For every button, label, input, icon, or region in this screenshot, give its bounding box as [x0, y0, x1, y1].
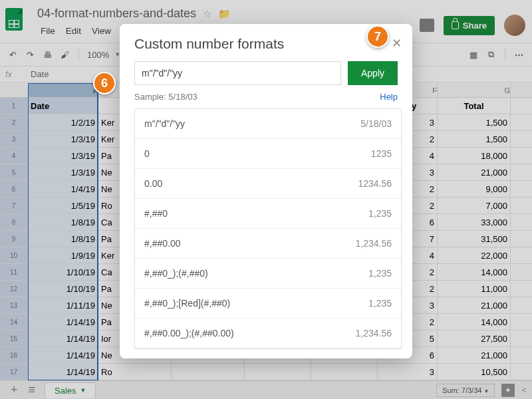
cell[interactable]: 7,000: [438, 198, 511, 213]
row-header-4[interactable]: 4: [0, 148, 28, 164]
format-option[interactable]: #,##0.001,234.56: [135, 229, 401, 259]
close-icon[interactable]: ✕: [392, 36, 402, 51]
column-header-A[interactable]: A: [28, 83, 98, 97]
cell[interactable]: 1/2/19: [28, 114, 98, 130]
row-header-7[interactable]: 7: [0, 198, 28, 213]
row-header-10[interactable]: 10: [0, 247, 28, 263]
cell[interactable]: 1/5/19: [28, 198, 98, 213]
cell[interactable]: 1/3/19: [28, 148, 98, 164]
cell[interactable]: 1,500: [438, 114, 511, 130]
format-input[interactable]: [134, 61, 341, 85]
cell[interactable]: Ro: [98, 364, 172, 380]
sheet-tab-sales[interactable]: Sales ▼: [45, 382, 96, 398]
cell[interactable]: 14,000: [438, 264, 511, 280]
callout-6: 6: [93, 72, 116, 94]
callout-7: 7: [366, 25, 389, 48]
cell[interactable]: 1/9/19: [28, 247, 98, 263]
row-header-2[interactable]: 2: [0, 114, 28, 130]
sheet-tab-bar: + ≡ Sales ▼ Sum: 7/3/34 ▼ <: [0, 380, 532, 399]
menu-item-view[interactable]: View: [87, 23, 116, 39]
cell[interactable]: 33,000: [438, 214, 511, 230]
cell[interactable]: 1/3/19: [28, 131, 98, 147]
fx-label: fx: [5, 69, 31, 79]
cell[interactable]: 1/10/19: [28, 281, 98, 297]
row-header-6[interactable]: 6: [0, 181, 28, 197]
cell[interactable]: 1/8/19: [28, 214, 98, 230]
redo-icon[interactable]: ↷: [24, 49, 36, 61]
cell[interactable]: 1/14/19: [28, 347, 98, 363]
paint-format-icon[interactable]: 🖌: [59, 49, 70, 61]
cell[interactable]: 22,000: [438, 247, 511, 263]
cell[interactable]: 11,000: [438, 281, 511, 297]
column-header-G[interactable]: G: [438, 83, 511, 97]
cell[interactable]: 1/14/19: [28, 364, 98, 380]
cell[interactable]: 14,000: [438, 314, 511, 330]
toolbar-more-icon[interactable]: ⋯: [513, 49, 525, 61]
cell[interactable]: 27,500: [438, 331, 511, 346]
folder-icon[interactable]: 📁: [218, 8, 231, 20]
apply-button[interactable]: Apply: [348, 61, 398, 85]
cell[interactable]: 1/10/19: [28, 264, 98, 280]
cell[interactable]: 21,000: [438, 347, 511, 363]
row-header-14[interactable]: 14: [0, 314, 28, 330]
document-title[interactable]: 04-format-numbers-and-dates: [37, 7, 196, 21]
row-header-15[interactable]: 15: [0, 331, 28, 346]
fx-value: Date: [31, 69, 49, 79]
row-header-13[interactable]: 13: [0, 297, 28, 313]
custom-number-formats-dialog: Custom number formats ✕ Apply Sample: 5/…: [120, 24, 412, 358]
row-header-17[interactable]: 17: [0, 364, 28, 380]
cell[interactable]: 3: [378, 364, 438, 380]
quicksum-display[interactable]: Sum: 7/3/34 ▼: [436, 384, 495, 397]
menu-item-file[interactable]: File: [36, 23, 60, 39]
cell[interactable]: 1/3/19: [28, 164, 98, 180]
cell[interactable]: 21,000: [438, 297, 511, 313]
border-icon[interactable]: ▦: [467, 49, 479, 61]
star-icon[interactable]: ☆: [203, 8, 211, 20]
cell[interactable]: 9,000: [438, 181, 511, 197]
lock-icon: [452, 21, 459, 29]
print-icon[interactable]: 🖶: [41, 49, 53, 61]
cell[interactable]: 21,000: [438, 164, 511, 180]
format-option[interactable]: #,##0.00_);(#,##0.00)1,234.56: [135, 319, 401, 348]
format-option[interactable]: #,##0_);(#,##0)1,235: [135, 259, 401, 289]
row-header-16[interactable]: 16: [0, 347, 28, 363]
user-avatar[interactable]: [504, 15, 525, 36]
format-list[interactable]: m"/"d"/"yy5/18/03012350.001234.56#,##01,…: [134, 108, 402, 349]
format-option[interactable]: 01235: [135, 139, 401, 169]
row-header-11[interactable]: 11: [0, 264, 28, 280]
row-header-8[interactable]: 8: [0, 214, 28, 230]
comments-icon[interactable]: [420, 19, 434, 32]
row-header-9[interactable]: 9: [0, 231, 28, 247]
row-header-3[interactable]: 3: [0, 131, 28, 147]
row-header-5[interactable]: 5: [0, 164, 28, 180]
cell[interactable]: 1/14/19: [28, 314, 98, 330]
explore-button[interactable]: [501, 384, 515, 397]
share-button[interactable]: Share: [444, 16, 495, 35]
format-option[interactable]: #,##01,235: [135, 199, 401, 229]
format-option[interactable]: 0.001234.56: [135, 169, 401, 199]
cell[interactable]: 1/14/19: [28, 331, 98, 346]
cell[interactable]: Total: [438, 98, 511, 114]
sample-label: Sample:: [134, 92, 166, 102]
cell[interactable]: 31,500: [438, 231, 511, 247]
row-header-12[interactable]: 12: [0, 281, 28, 297]
help-link[interactable]: Help: [380, 92, 398, 102]
format-option[interactable]: #,##0_);[Red](#,##0)1,235: [135, 289, 401, 319]
add-sheet-button[interactable]: +: [5, 383, 23, 397]
row-header-1[interactable]: 1: [0, 98, 28, 114]
cell[interactable]: 1/8/19: [28, 231, 98, 247]
scroll-left-icon[interactable]: <: [521, 385, 527, 395]
format-option[interactable]: m"/"d"/"yy5/18/03: [135, 109, 401, 139]
cell[interactable]: Date: [28, 98, 98, 114]
all-sheets-button[interactable]: ≡: [23, 383, 41, 397]
cell[interactable]: 1/11/19: [28, 297, 98, 313]
sheets-logo[interactable]: [5, 8, 32, 35]
menu-item-edit[interactable]: Edit: [61, 23, 86, 39]
cell[interactable]: 10,500: [438, 364, 511, 380]
undo-icon[interactable]: ↶: [7, 49, 19, 61]
cell[interactable]: 1,500: [438, 131, 511, 147]
merge-icon[interactable]: ⧉: [485, 49, 497, 61]
cell[interactable]: 18,000: [438, 148, 511, 164]
zoom-select[interactable]: 100%: [87, 50, 109, 60]
cell[interactable]: 1/4/19: [28, 181, 98, 197]
